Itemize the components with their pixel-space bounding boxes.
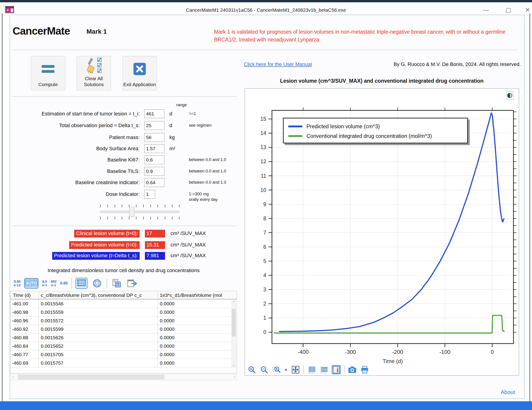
zoom-dropdown-caret[interactable]: ▼ [284,368,288,372]
format-eng2-button[interactable]: 850e-1 [51,280,57,287]
app-window: ✦ CancerMateM1 240311v1aC56 - CancerMate… [0,0,532,410]
zoom-extents-button[interactable] [291,365,300,374]
dose-slider-thumb[interactable] [129,207,134,217]
scroll-down-arrow[interactable]: ⌄ [231,362,236,367]
table-row[interactable]: -460.84 0.0015652 0.0000 [10,342,237,351]
scroll-right-arrow[interactable]: › [234,375,235,379]
format-auto-button[interactable]: AUTO [24,278,38,289]
user-manual-link[interactable]: Click here for the User Manual [244,61,312,67]
input-row-patient-mass: Patient mass: kg [13,133,241,142]
input-row-dose: Dose Indicator: 1->300 mg orally every d… [13,190,241,199]
creatinine-input[interactable] [144,178,164,187]
observation-period-label: Total observation period = Delta t_s: [59,123,140,128]
svg-text:8: 8 [263,215,266,222]
svg-text:-400: -400 [298,349,309,355]
format-sci-button[interactable]: 8.85e-12 [14,280,21,287]
table-vertical-scrollbar[interactable]: ⌃ ⌄ [231,300,236,367]
legend-lesion-label: Predicted lesion volume (cm^3) [306,123,380,130]
bsa-input[interactable] [144,144,164,153]
bsa-label: Body Surface Area: [96,146,140,152]
window-right-edge [530,13,530,410]
start-time-label: Estimation of start time of tumor lesion… [41,111,140,117]
col-header-cd1[interactable]: 1e3*c_d1/BreastVolume (mol [160,293,231,298]
input-row-bsa: Body Surface Area: m² [13,144,241,154]
x-grid-button[interactable] [307,365,316,374]
zoom-box-icon [272,366,281,374]
window-title: CancerMateM1 240311v1aC56 - CancerMateM1… [0,7,532,13]
format-eng-button[interactable]: 8.5e-1 [42,280,47,287]
export-table-button[interactable] [126,278,138,289]
table-grid-icon [77,279,86,287]
sphere-view-button[interactable] [91,278,103,289]
y-grid-button[interactable] [319,365,329,374]
table-row[interactable]: -460.92 0.0015599 0.0000 [10,325,237,333]
copy-table-button[interactable] [111,278,123,289]
about-link[interactable]: About [485,389,515,395]
table-row[interactable]: -460.69 0.0015757 0.0000 [10,359,237,367]
chart-toolbar-separator [303,366,304,374]
zoom-in-icon [248,366,256,374]
close-button[interactable]: ✕ [522,6,532,13]
snapshot-button[interactable] [348,365,357,374]
compute-button[interactable]: Compute [31,56,65,90]
exit-application-button[interactable]: Exit Application [123,56,157,90]
col-header-cc[interactable]: c_c/BreastVolume (cm^3), conventional DP… [41,293,158,298]
predicted-t0-value[interactable]: 15.31 [145,241,165,249]
zoom-in-button[interactable] [247,365,256,374]
tils-input[interactable] [144,167,164,176]
app-mark: Mark 1 [86,28,107,35]
slider-ticks-top [100,205,180,207]
svg-text:14: 14 [260,130,266,136]
camera-icon [348,366,357,373]
format-decimal-button[interactable]: 0.85 [60,282,68,285]
scroll-up-arrow[interactable]: ⌃ [231,300,236,304]
table-row[interactable]: -460.77 0.0015705 0.0000 [10,351,237,359]
bottom-bar [0,401,532,410]
dose-slider-track[interactable] [100,211,180,213]
svg-text:2: 2 [263,301,266,307]
svg-text:4: 4 [263,272,266,278]
patient-mass-input[interactable] [144,133,164,142]
scroll-left-arrow[interactable]: ‹ [12,375,14,379]
minimize-button[interactable]: — [481,6,491,13]
vertical-scroll-thumb[interactable] [232,309,236,336]
observation-period-range: see regimen [189,123,211,128]
horizontal-scroll-thumb[interactable] [18,374,164,380]
table-header-row: Time (d) c_c/BreastVolume (cm^3), conven… [10,291,237,299]
result-row-predicted-t0: Predicted lesion volume (t=0): 15.31 cm³… [13,241,241,249]
svg-text:3: 3 [263,287,266,293]
svg-text:13: 13 [260,144,266,150]
svg-text:0: 0 [263,329,266,335]
start-time-input[interactable] [144,109,164,118]
svg-text:12: 12 [260,158,266,165]
start-time-unit: d [169,111,172,117]
ki67-input[interactable] [144,156,164,164]
input-row-tils: Baseline TILS: between 0.0 and 1.0 [13,167,241,176]
table-row[interactable]: -460.96 0.0015572 0.0000 [10,317,237,325]
result-row-predicted-delta: Predicted lesion volume (t=Delta t_s): 7… [13,252,241,260]
result-row-clinical: Clinical lesion volume (t=0): 17 cm³ /SU… [13,230,241,238]
toolbar-separator-2 [107,278,107,288]
creatinine-range: between 0.0 and 1.0 [189,180,226,185]
col-header-time[interactable]: Time (d) [13,293,38,298]
dose-input[interactable] [144,190,155,199]
zoom-out-icon [260,366,268,374]
legend-toggle-button[interactable] [332,365,341,374]
zoom-box-button[interactable] [272,365,281,374]
svg-text:9: 9 [263,201,266,207]
observation-period-input[interactable] [144,121,164,130]
table-horizontal-scrollbar[interactable]: ‹ › [10,374,237,380]
svg-text:-100: -100 [439,349,450,355]
table-row[interactable]: -461.00 0.0015546 0.0000 [10,300,237,308]
toolbar-separator [71,278,72,288]
print-button[interactable] [360,365,369,374]
zoom-out-button[interactable] [260,365,269,374]
table-view-button[interactable] [76,278,87,289]
clear-all-solutions-label: Clear All Solutions [77,76,111,88]
table-row[interactable]: -460.88 0.0015626 0.0000 [10,333,237,342]
clear-all-solutions-button[interactable]: Clear All Solutions [77,56,111,90]
table-row[interactable]: -460.98 0.0015559 0.0000 [10,308,237,317]
predicted-delta-value[interactable]: 7.981 [145,252,165,260]
maximize-button[interactable]: ▢ [503,6,514,13]
clinical-volume-value[interactable]: 17 [145,230,165,237]
